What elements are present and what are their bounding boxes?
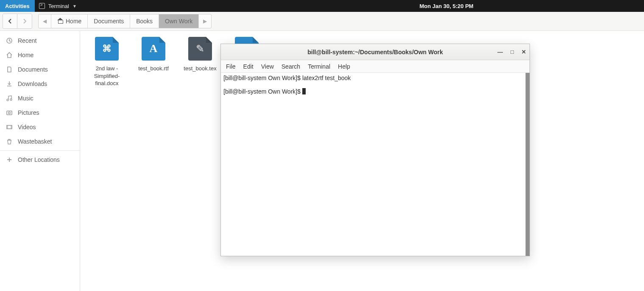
path-scroll-left[interactable]: ◀ [39,14,51,28]
sidebar-item-label: Videos [18,124,36,130]
terminal-icon [39,3,45,9]
files-toolbar: ◀ Home Documents Books Own Work ▶ [0,12,644,31]
breadcrumb-documents[interactable]: Documents [88,14,130,28]
menu-view[interactable]: View [261,63,274,70]
app-indicator[interactable]: Terminal ▼ [35,0,81,12]
file-name: test_book.tex [184,65,216,72]
maximize-button[interactable]: □ [510,49,514,55]
places-sidebar: Recent Home Documents Downloads Music [0,31,80,291]
documents-icon [6,66,13,73]
breadcrumb-documents-label: Documents [94,18,124,25]
sidebar-item-wastebasket[interactable]: Wastebasket [0,134,80,149]
minimize-button[interactable]: — [497,49,503,55]
menu-search[interactable]: Search [282,63,300,70]
sidebar-item-pictures[interactable]: Pictures [0,105,80,120]
pathbar: ◀ Home Documents Books Own Work ▶ [38,14,212,28]
sidebar-item-label: Music [18,95,33,102]
clock[interactable]: Mon Jan 30, 5:20 PM [420,3,474,9]
pictures-icon [6,109,13,116]
trash-icon [6,138,13,145]
file-name: 2nd law - Simplified-final.docx [85,65,129,87]
downloads-icon [6,80,13,87]
gnome-topbar: Activities Terminal ▼ Mon Jan 30, 5:20 P… [0,0,644,12]
close-button[interactable]: ✕ [521,49,526,55]
sidebar-item-label: Other Locations [18,156,60,163]
breadcrumb-books[interactable]: Books [130,14,159,28]
back-button[interactable] [3,14,17,28]
terminal-prompt: [bill@bill-system Own Work]$ [223,88,302,95]
terminal-titlebar[interactable]: bill@bill-system:~/Documents/Books/Own W… [221,44,530,60]
chevron-down-icon: ▼ [72,4,77,8]
menu-terminal[interactable]: Terminal [308,63,330,70]
sidebar-item-music[interactable]: Music [0,91,80,105]
plus-icon [6,156,13,163]
file-icon-tex: ✎ [188,37,212,61]
menu-file[interactable]: File [226,63,236,70]
music-icon [6,95,13,102]
sidebar-item-downloads[interactable]: Downloads [0,77,80,91]
sidebar-item-videos[interactable]: Videos [0,120,80,134]
menu-edit[interactable]: Edit [243,63,254,70]
file-item[interactable]: ⌘ 2nd law - Simplified-final.docx [84,36,130,87]
file-item[interactable]: A test_book.rtf [130,36,177,72]
terminal-menubar: File Edit View Search Terminal Help [221,60,530,73]
terminal-cursor [302,88,306,94]
terminal-command: latex2rtf test_book [302,75,351,81]
breadcrumb-home-label: Home [66,18,81,25]
home-icon [6,52,13,58]
menu-help[interactable]: Help [338,63,350,70]
terminal-prompt: [bill@bill-system Own Work]$ [223,75,302,81]
path-scroll-right[interactable]: ▶ [199,14,211,28]
sidebar-separator [0,150,80,151]
file-icon-rtf: A [142,37,165,61]
recent-icon [6,37,13,44]
terminal-window[interactable]: bill@bill-system:~/Documents/Books/Own W… [220,44,530,256]
app-indicator-label: Terminal [48,3,69,9]
sidebar-item-other-locations[interactable]: Other Locations [0,152,80,167]
breadcrumb-own-work-label: Own Work [165,18,192,25]
breadcrumb-books-label: Books [136,18,153,25]
svg-point-3 [8,112,10,114]
breadcrumb-own-work[interactable]: Own Work [159,14,199,28]
sidebar-item-home[interactable]: Home [0,48,80,62]
back-forward-group [3,14,32,29]
sidebar-item-documents[interactable]: Documents [0,62,80,77]
svg-rect-2 [7,111,12,115]
sidebar-item-label: Downloads [18,80,47,87]
videos-icon [6,124,13,130]
terminal-title: bill@bill-system:~/Documents/Books/Own W… [307,49,443,55]
file-item[interactable]: ✎ test_book.tex [177,36,223,72]
file-name: test_book.rtf [138,65,169,72]
activities-button[interactable]: Activities [0,0,35,12]
sidebar-item-label: Home [18,52,33,58]
breadcrumb-home[interactable]: Home [51,14,88,28]
terminal-body[interactable]: [bill@bill-system Own Work]$ latex2rtf t… [221,73,530,256]
svg-point-1 [10,99,12,100]
sidebar-item-label: Documents [18,66,48,73]
sidebar-item-recent[interactable]: Recent [0,33,80,48]
terminal-scrollbar[interactable] [525,73,530,256]
sidebar-item-label: Pictures [18,109,39,116]
main-area: Recent Home Documents Downloads Music [0,31,644,291]
file-icon-docx: ⌘ [95,37,119,61]
home-icon [57,19,63,24]
sidebar-item-label: Recent [18,37,36,44]
sidebar-item-label: Wastebasket [18,138,52,145]
forward-button[interactable] [17,14,32,28]
